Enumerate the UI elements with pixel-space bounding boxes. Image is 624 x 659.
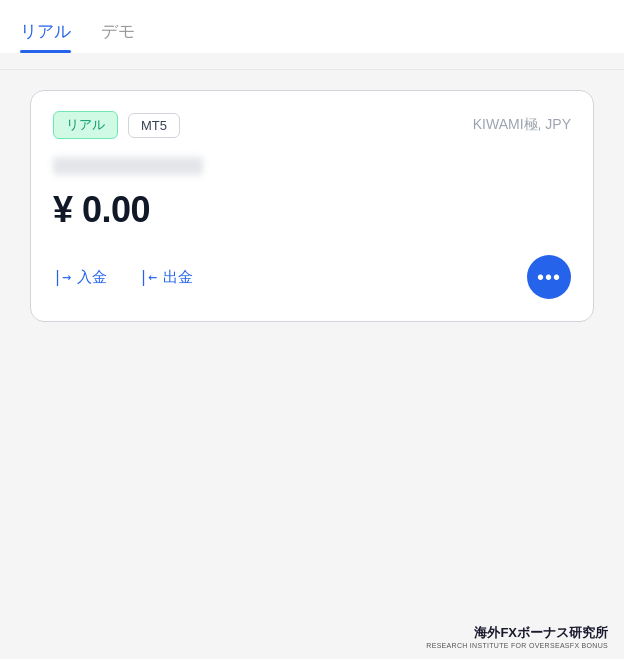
more-dots-icon: ••• bbox=[537, 267, 561, 287]
action-buttons: 入金 出金 bbox=[53, 268, 193, 287]
tab-demo[interactable]: デモ bbox=[101, 20, 135, 53]
tabs-container: リアル デモ bbox=[0, 0, 624, 53]
deposit-button[interactable]: 入金 bbox=[53, 268, 107, 287]
card-actions: 入金 出金 ••• bbox=[53, 255, 571, 299]
account-number bbox=[53, 157, 571, 179]
main-container: リアル デモ リアル MT5 KIWAMI極, JPY ¥ 0.00 bbox=[0, 0, 624, 659]
withdraw-icon bbox=[139, 268, 157, 286]
card-badges: リアル MT5 bbox=[53, 111, 180, 139]
card-header: リアル MT5 KIWAMI極, JPY bbox=[53, 111, 571, 139]
tab-real[interactable]: リアル bbox=[20, 20, 71, 53]
card-currency: KIWAMI極, JPY bbox=[473, 116, 571, 134]
deposit-icon bbox=[53, 268, 71, 286]
watermark-subtitle: RESEARCH INSTITUTE FOR OVERSEАSFX BONUS bbox=[426, 642, 608, 649]
badge-real: リアル bbox=[53, 111, 118, 139]
tab-divider bbox=[0, 69, 624, 70]
more-button[interactable]: ••• bbox=[527, 255, 571, 299]
account-card: リアル MT5 KIWAMI極, JPY ¥ 0.00 入金 出金 bbox=[30, 90, 594, 322]
blurred-account-id bbox=[53, 157, 203, 175]
watermark-title: 海外FXボーナス研究所 bbox=[426, 624, 608, 642]
badge-mt5: MT5 bbox=[128, 113, 180, 138]
withdraw-button[interactable]: 出金 bbox=[139, 268, 193, 287]
account-balance: ¥ 0.00 bbox=[53, 189, 571, 231]
footer-watermark: 海外FXボーナス研究所 RESEARCH INSTITUTE FOR OVERS… bbox=[426, 624, 608, 649]
